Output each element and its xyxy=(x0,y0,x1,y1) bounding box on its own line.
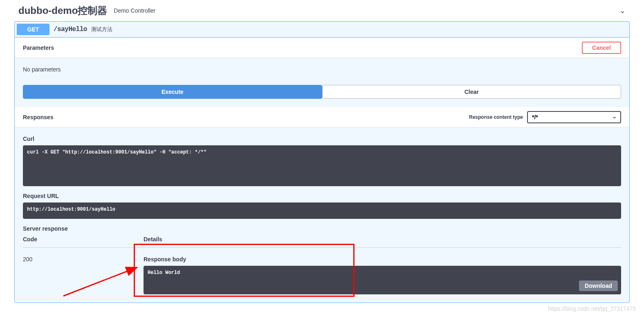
tag-title: dubbo-demo控制器 xyxy=(18,4,107,17)
curl-label: Curl xyxy=(23,136,621,142)
curl-command[interactable]: curl -X GET "http://localhost:9001/sayHe… xyxy=(23,145,621,186)
response-table-header: Code Details xyxy=(23,236,621,248)
response-body-text: Hello World xyxy=(148,270,180,276)
request-url-label: Request URL xyxy=(23,193,621,199)
operation-body: Parameters Cancel No parameters Execute … xyxy=(15,37,629,303)
response-details: Response body Hello World Download xyxy=(144,256,621,294)
responses-content: Curl curl -X GET "http://localhost:9001/… xyxy=(15,127,629,303)
column-details: Details xyxy=(144,236,162,243)
column-code: Code xyxy=(23,236,144,243)
response-row: 200 Response body Hello World Download xyxy=(23,248,621,294)
execute-button[interactable]: Execute xyxy=(23,85,322,99)
tag-header[interactable]: dubbo-demo控制器 Demo Controller ⌄ xyxy=(8,0,636,21)
download-button[interactable]: Download xyxy=(579,280,618,291)
responses-header: Responses Response content type */* xyxy=(15,107,629,127)
cancel-button[interactable]: Cancel xyxy=(582,42,621,54)
http-method-badge: GET xyxy=(17,24,49,35)
parameters-title: Parameters xyxy=(23,45,54,51)
watermark: https://blog.csdn.net/qq_27317475 xyxy=(548,305,636,309)
clear-button[interactable]: Clear xyxy=(322,85,622,99)
operation-block: GET /sayHello 测试方法 Parameters Cancel No … xyxy=(14,21,630,303)
no-parameters-text: No parameters xyxy=(15,58,629,77)
operation-path: /sayHello xyxy=(54,26,87,33)
status-code: 200 xyxy=(23,256,144,294)
request-url-value[interactable]: http://localhost:9001/sayHello xyxy=(23,203,621,219)
server-response-label: Server response xyxy=(23,225,621,232)
response-content-type-select[interactable]: */* xyxy=(527,111,621,123)
chevron-down-icon: ⌄ xyxy=(619,6,626,15)
response-body-value[interactable]: Hello World Download xyxy=(144,266,621,294)
responses-title: Responses xyxy=(23,114,54,120)
operation-summary[interactable]: GET /sayHello 测试方法 xyxy=(15,22,629,37)
operation-description: 测试方法 xyxy=(91,26,112,33)
tag-description: Demo Controller xyxy=(114,7,155,14)
parameters-header: Parameters Cancel xyxy=(15,38,629,58)
response-body-label: Response body xyxy=(144,256,621,263)
response-content-type-label: Response content type xyxy=(469,114,523,120)
